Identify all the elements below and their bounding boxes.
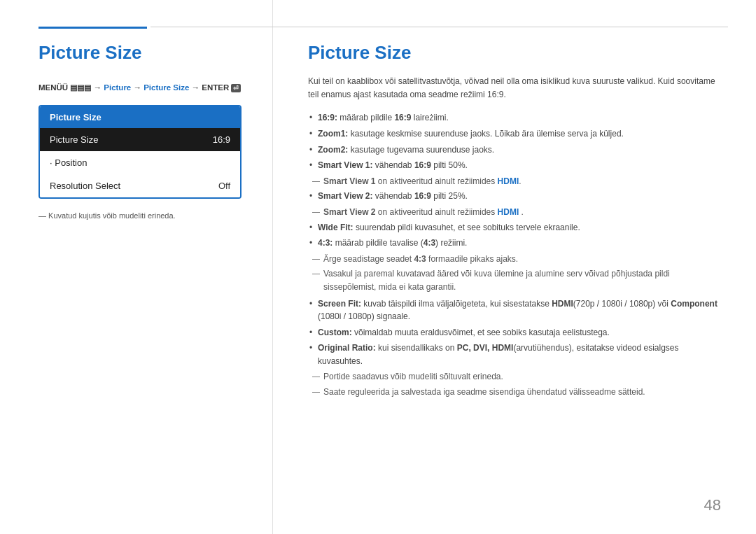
- bullet-zoom2: Zoom2: kasutage tugevama suurenduse jaok…: [308, 143, 721, 157]
- b-sv2-sub: Smart View 2: [323, 207, 375, 217]
- b-zoom1: Zoom1:: [318, 129, 348, 139]
- bullet-43: 4:3: määrab pildile tavalise (4:3) režii…: [308, 237, 721, 250]
- b-hdmi2: HDMI: [498, 207, 519, 217]
- b-hdmi1: HDMI: [498, 176, 519, 186]
- b-sv1-169: 16:9: [414, 160, 431, 170]
- menu-path-text: MENÜÜ ▤▤▤ → Picture → Picture Size → ENT…: [38, 83, 241, 92]
- bullet-ports-sub: Portide saadavus võib mudeliti sõltuvalt…: [308, 370, 721, 384]
- bullet-screenfit: Screen Fit: kuvab täispildi ilma väljalõ…: [308, 297, 721, 323]
- tv-menu-item-position[interactable]: · Position: [40, 151, 240, 174]
- b-original-ratio: Original Ratio:: [318, 343, 376, 353]
- bullet-43-sub2: Vasakul ja paremal kuvatavad ääred või k…: [308, 267, 721, 293]
- right-title: Picture Size: [308, 42, 721, 64]
- menu-picture: Picture: [104, 83, 131, 92]
- b-sv2-169: 16:9: [414, 191, 431, 201]
- b-43-2: 4:3: [424, 238, 435, 248]
- bullet-smartview2: Smart View 2: vähendab 16:9 pilti 25%.: [308, 190, 721, 203]
- b-43: 4:3:: [318, 238, 332, 248]
- bullet-169: 16:9: määrab pildile 16:9 laireżiimi.: [308, 111, 721, 125]
- bullet-smartview2-sub: Smart View 2 on aktiveeritud ainult reži…: [308, 206, 721, 219]
- tv-menu-box: Picture Size Picture Size 16:9 · Positio…: [38, 105, 241, 199]
- b-widefit: Wide Fit:: [318, 223, 354, 232]
- b-pc-dvi-hdmi: PC, DVI, HDMI: [457, 343, 514, 353]
- bullet-smartview1: Smart View 1: vähendab 16:9 pilti 50%.: [308, 159, 721, 172]
- b-43-sub: 4:3: [414, 254, 426, 264]
- menu-picture-size: Picture Size: [144, 83, 189, 92]
- b-smartview1: Smart View 1:: [318, 160, 372, 170]
- item-label-picture-size: Picture Size: [50, 134, 98, 145]
- b-sv1-sub: Smart View 1: [323, 176, 375, 186]
- enter-icon: ⏎: [231, 84, 241, 92]
- tv-menu-header: Picture Size: [40, 106, 240, 128]
- bullet-smartview1-sub: Smart View 1 on aktiveeritud ainult reži…: [308, 175, 721, 188]
- b-169-2: 16:9: [394, 113, 411, 122]
- bullet-widefit: Wide Fit: suurendab pildi kuvasuhet, et …: [308, 221, 721, 234]
- b-component: Component: [671, 299, 718, 309]
- page-number: 48: [704, 496, 721, 514]
- arrow3: → ENTER: [192, 83, 232, 92]
- item-value-picture-size: 16:9: [213, 134, 230, 145]
- arrow2: →: [133, 83, 144, 92]
- arrow1: →: [94, 83, 104, 92]
- left-footnote: ― Kuvatud kujutis võib mudeliti erineda.: [38, 211, 244, 220]
- bullet-zoom1: Zoom1: kasutage keskmise suurenduse jaok…: [308, 127, 721, 141]
- bullet-custom: Custom: võimaldab muuta eraldusvõimet, e…: [308, 326, 721, 339]
- bullet-original-ratio: Original Ratio: kui sisendallikaks on PC…: [308, 342, 721, 367]
- bullet-43-sub: Ärge seadistage seadet 4:3 formaadile pi…: [308, 253, 721, 266]
- b-hdmi3: HDMI: [552, 299, 573, 309]
- item-label-position: · Position: [50, 157, 87, 168]
- b-screenfit: Screen Fit:: [318, 299, 361, 309]
- b-custom: Custom:: [318, 328, 352, 337]
- menu-path: MENÜÜ ▤▤▤ → Picture → Picture Size → ENT…: [38, 83, 244, 92]
- b-smartview2: Smart View 2:: [318, 191, 372, 201]
- intro-text: Kui teil on kaablibox või satellitvastuv…: [308, 75, 721, 101]
- left-title: Picture Size: [38, 42, 244, 64]
- bullet-list: 16:9: määrab pildile 16:9 laireżiimi. Zo…: [308, 111, 721, 398]
- item-value-resolution-select: Off: [218, 181, 230, 191]
- sub2-text: Vasakul ja paremal kuvatavad ääred või k…: [323, 269, 670, 292]
- right-panel: Picture Size Kui teil on kaablibox või s…: [273, 0, 756, 534]
- item-label-resolution-select: Resolution Select: [50, 181, 120, 191]
- tv-menu-item-resolution-select[interactable]: Resolution Select Off: [40, 174, 240, 197]
- b-169: 16:9:: [318, 113, 337, 122]
- tv-menu-item-picture-size[interactable]: Picture Size 16:9: [40, 128, 240, 151]
- left-panel: Picture Size MENÜÜ ▤▤▤ → Picture → Pictu…: [0, 0, 273, 534]
- bullet-settings-sub: Saate reguleerida ja salvestada iga sead…: [308, 386, 721, 399]
- menu-label: MENÜÜ ▤▤▤: [38, 83, 91, 92]
- b-zoom2: Zoom2:: [318, 145, 348, 155]
